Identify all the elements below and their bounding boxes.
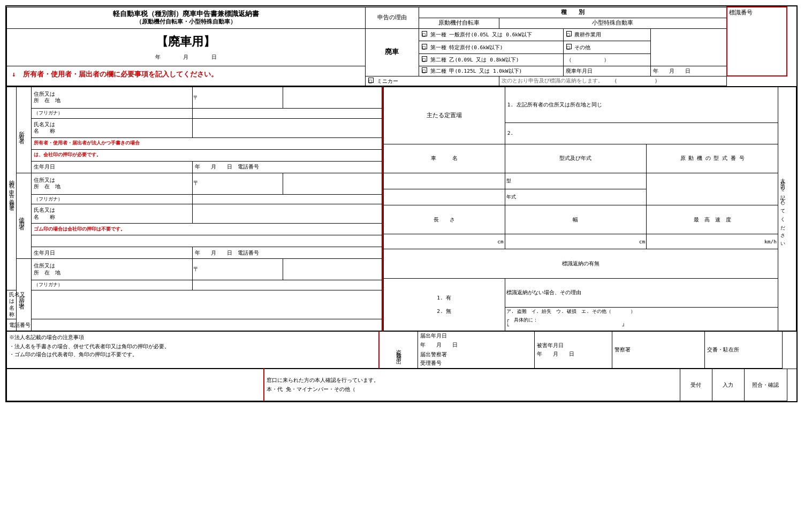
sonota-cell: □ その他 [563,41,650,54]
submit-note: 次のとおり申告及び標識の返納をします。 （ ） [499,76,726,86]
jusho-shiyo-input[interactable] [283,173,382,194]
owner-note-cell: ↓ 所有者・使用者・届出者の欄に必要事項を記入してください。 [7,66,366,86]
shimei-label-todokede: 氏名又は 名 称 [7,290,32,319]
shimei-label-owner: 氏名又は 名 称 [32,118,193,137]
haba-label: 幅 [505,205,647,234]
dai1-tokutei-cell: □ 第一種 特定原付(0.6kW以下) [419,41,563,54]
kurumamei-input[interactable] [383,173,505,189]
checkbox-dai2-ko[interactable]: □ [422,67,427,73]
seinengappi-owner: 年 月 日 電話番号 [193,161,382,173]
hyoshiki-bangou-cell: 標識番号 [727,7,787,76]
blank-cell-bottom-left [7,369,264,401]
popup-note3: ゴム印の場合は会社印の押印は不要です。 [32,224,382,235]
jusho-label-shiyo: 住所又は 所 在 地 [32,173,193,194]
higai-nengappi-label: 被害年月日 年 月 日 [534,332,612,368]
koban-label: 交番・駐在所 [705,332,783,368]
gendoki-input[interactable] [647,173,778,205]
popup-note2: は、会社印の押印が必要です。 [32,149,382,161]
shogo-cell: 照合・確認 [744,369,787,401]
haisha-title-cell: 【廃車用】 年 月 日 [7,28,366,66]
keisatsu-label: 警察署 [612,332,705,368]
jusho-owner-input[interactable] [283,87,382,108]
paren-cell: （ ） [563,53,650,66]
kata-label: 型 [505,173,647,189]
henno-nashi-riyuu-label: 標識返納がない場合、その理由 [505,278,778,307]
shimei-todokede-input[interactable] [32,290,382,319]
haisha-nengappi-label: 廃車年月日 [563,66,650,76]
furigana-owner-input[interactable] [193,108,382,118]
owner-note: ↓ 所有者・使用者・届出者の欄に必要事項を記入してください。 [9,67,363,82]
shimei-label-shiyo: 氏名又は 名 称 [32,204,193,224]
tel-todokede: 電話番号 [7,319,382,331]
checkbox-dai1-ippan[interactable]: □ [422,31,427,36]
checkbox-dai1-tokutei[interactable]: □ [422,44,427,49]
nyuuryoku-cell: 入力 [712,369,744,401]
haisha-title: 【廃車用】 [18,34,354,50]
teichiba-value2: 2. [505,122,778,144]
shinko-riyuu-label: 申告の理由 [365,7,419,28]
jusho-todokede-input[interactable] [283,259,382,280]
right-annotation: 太 枠 内 を 記 入 し て く だ さ い [778,87,796,331]
furigana-todokede-input[interactable] [193,280,382,290]
shubetsu-label: 種 別 [419,7,726,18]
title-sub: （原動機付自転車・小型特殊自動車） [9,18,363,26]
seinengappi-label-shiyo: 生年月日 [32,247,193,259]
haisha-riyuu-label: 廃車 [365,28,419,76]
houjin-notes: ※法人名記載の場合の注意事項 ・法人名を手書きの場合、併せて代表者印又は角印の押… [7,332,380,368]
teichiba-label: 主たる定置場 [383,87,505,144]
yuuen-todokede: 〒 [193,259,283,280]
yuuen-owner: 〒 [193,87,283,108]
settou-label: 盗 難 届 出 [379,332,418,368]
uketsuke-cell: 受付 [680,369,712,401]
dai2-ko-cell: □ 第二種 甲(0.125L 又は 1.0kW以下) [419,66,563,76]
jusho-label-todokede: 住所又は 所 在 地 [32,259,193,280]
seinengappi-label-owner: 生年月日 [32,161,193,173]
haba-value: cm [505,234,647,249]
saikou-value: km/h [647,234,778,249]
nozei-label: 納 税 （ 申 告 ） 義 務 者 [7,87,17,290]
checkbox-nouko[interactable]: □ [566,31,572,36]
saikou-sokudo-label: 最 高 速 度 [647,205,778,234]
title-main: 軽自動車税（種別割）廃車申告書兼標識返納書 [9,10,363,19]
nouko-cell: □ 農耕作業用 [563,28,650,41]
form-title: 軽自動車税（種別割）廃車申告書兼標識返納書 （原動機付自転車・小型特殊自動車） [7,7,366,28]
shimei-shiyo-input[interactable] [193,204,382,224]
nenshiki-label: 年式 [505,189,647,205]
teichiba-value1: 1. 左記所有者の住所又は所在地と同じ [505,87,778,122]
mini-cell: □ ミニカー [365,76,499,86]
kogata-label: 小型特殊自動車 [499,18,726,28]
gendou-label: 原動機付自転車 [419,18,499,28]
yuuen-shiyo: 〒 [193,173,283,194]
madoguchi-label: 窓口に来られた方の本人確認を行っています。 本・代 免・マイナンバー・その他（ [264,369,680,401]
jusho-label-owner: 住所又は 所 在 地 [32,87,193,108]
gendoki-keishiki-label: 原 動 機 の 型 式 番 号 [647,144,778,173]
popup-note1: 所有者・使用者・届出者が法人かつ手書きの場合 [32,137,382,149]
seinengappi-shiyo: 年 月 日 電話番号 [193,247,382,259]
checkbox-sonota[interactable]: □ [566,44,572,49]
nagasa-label: 長 さ [383,205,505,234]
checkbox-mini[interactable]: □ [368,78,374,83]
furigana-label-owner: （フリガナ） [32,108,193,118]
main-form: 軽自動車税（種別割）廃車申告書兼標識返納書 （原動機付自転車・小型特殊自動車） … [5,5,798,402]
shiyo-label: 使 用 者 [17,173,32,259]
todokeide-nengappi-label: 届出年月日 年 月 日 届出警察署 受理番号 [418,332,534,368]
dai1-ippan-cell: □ 第一種 一般原付(0.05L 又は 0.6kW以下 [419,28,563,41]
shimei-owner-input[interactable] [193,118,382,137]
haisha-nengappi-value: 年 月 日 [650,66,727,76]
shoyu-label: 所 有 者 [17,87,32,173]
hyoshiki-henno-label: 標識返納の有無 [383,249,778,278]
furigana-label-todokede: （フリガナ） [32,280,193,290]
furigana-label-shiyo: （フリガナ） [32,194,193,204]
furigana-shiyo-input[interactable] [193,194,382,204]
checkbox-dai2-otsu[interactable]: □ [422,56,427,62]
spacer-shiyo [32,235,382,247]
dai2-otsu-cell: □ 第二種 乙(0.09L 又は 0.8kW以下) [419,53,563,66]
keishiki-label: 型式及び年式 [505,144,647,173]
kurumamei-input2[interactable] [383,189,505,205]
ari-nashi-cell: 1. 有 2. 無 [383,278,505,331]
nagasa-value: cm [383,234,505,249]
settou-options: ア. 盗難 イ. 紛失 ウ. 破損 エ. その他（ ） ┌ 具体的に： └ ┘ [505,308,778,331]
kurumamei-label: 車 名 [383,144,505,173]
